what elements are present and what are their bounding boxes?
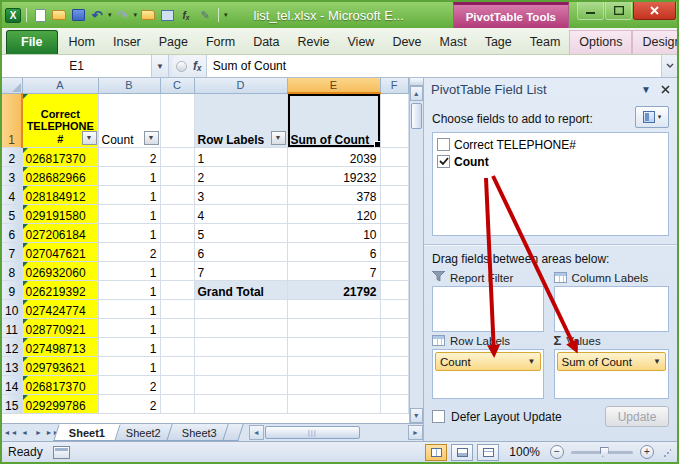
cell-C7[interactable] — [160, 242, 194, 261]
cell-D8[interactable]: 7 — [194, 261, 287, 280]
column-header-D[interactable]: D — [194, 78, 287, 93]
ribbon-tab-file[interactable]: File — [6, 30, 58, 54]
cell-F15[interactable] — [380, 394, 408, 413]
cell-F8[interactable] — [380, 261, 408, 280]
cell-D12[interactable] — [194, 337, 287, 356]
cell-C9[interactable] — [160, 280, 194, 299]
cell-D9[interactable]: Grand Total — [194, 280, 287, 299]
cell-D5[interactable]: 4 — [194, 204, 287, 223]
open-file-icon[interactable] — [51, 7, 67, 23]
cell-A14[interactable]: 026817370 — [22, 375, 98, 394]
filter-dropdown-icon[interactable]: ▼ — [144, 131, 159, 145]
cell-E3[interactable]: 19232 — [287, 166, 380, 185]
redo-dropdown-icon[interactable]: ▾ — [134, 11, 138, 19]
row-header-3[interactable]: 3 — [2, 166, 22, 185]
cell-E4[interactable]: 378 — [287, 185, 380, 204]
cell-D11[interactable] — [194, 318, 287, 337]
cell-A4[interactable]: 028184912 — [22, 185, 98, 204]
row-header-10[interactable]: 10 — [2, 299, 22, 318]
vertical-scrollbar[interactable]: ▲ ▼ — [409, 78, 424, 423]
filter-dropdown-icon[interactable]: ▼ — [271, 131, 286, 145]
cell-D1[interactable]: Row Labels▼ — [194, 93, 287, 147]
row-header-5[interactable]: 5 — [2, 204, 22, 223]
row-header-14[interactable]: 14 — [2, 375, 22, 394]
cell-A8[interactable]: 026932060 — [22, 261, 98, 280]
cell-A7[interactable]: 027047621 — [22, 242, 98, 261]
cell-B13[interactable]: 1 — [98, 356, 160, 375]
cell-F5[interactable] — [380, 204, 408, 223]
cell-C10[interactable] — [160, 299, 194, 318]
ribbon-tab-tage[interactable]: Tage — [476, 31, 521, 54]
new-document-icon[interactable] — [32, 7, 48, 23]
row-header-15[interactable]: 15 — [2, 394, 22, 413]
column-header-A[interactable]: A — [22, 78, 98, 93]
cell-E13[interactable] — [287, 356, 380, 375]
field-checkbox[interactable] — [437, 155, 450, 168]
cell-F9[interactable] — [380, 280, 408, 299]
field-list-layout-button[interactable]: ▾ — [635, 106, 669, 128]
cell-B7[interactable]: 2 — [98, 242, 160, 261]
row-header-7[interactable]: 7 — [2, 242, 22, 261]
column-header-B[interactable]: B — [98, 78, 160, 93]
undo-dropdown-icon[interactable]: ▾ — [108, 11, 112, 19]
zoom-slider-thumb[interactable] — [600, 447, 609, 458]
qat-customize-icon[interactable]: ▾ — [224, 11, 228, 19]
cell-B11[interactable]: 1 — [98, 318, 160, 337]
split-handle[interactable] — [410, 78, 424, 86]
cell-E5[interactable]: 120 — [287, 204, 380, 223]
cell-E2[interactable]: 2039 — [287, 147, 380, 166]
zoom-in-icon[interactable]: + — [640, 445, 654, 459]
cell-C11[interactable] — [160, 318, 194, 337]
scroll-down-icon[interactable]: ▼ — [410, 408, 424, 423]
cell-E1[interactable]: Sum of Count — [287, 93, 380, 147]
cell-A15[interactable]: 029299786 — [22, 394, 98, 413]
cell-D4[interactable]: 3 — [194, 185, 287, 204]
close-button[interactable] — [633, 2, 676, 20]
name-box-dropdown-icon[interactable]: ▼ — [152, 55, 169, 77]
pivot-wizard-icon[interactable] — [159, 7, 175, 23]
insert-function-icon[interactable]: fₓ — [193, 59, 202, 73]
cell-F14[interactable] — [380, 375, 408, 394]
cell-A3[interactable]: 028682966 — [22, 166, 98, 185]
cell-C5[interactable] — [160, 204, 194, 223]
cell-F3[interactable] — [380, 166, 408, 185]
row-header-6[interactable]: 6 — [2, 223, 22, 242]
cell-C2[interactable] — [160, 147, 194, 166]
cell-C6[interactable] — [160, 223, 194, 242]
minimize-button[interactable] — [577, 2, 604, 20]
sheet-tab-sheet1[interactable]: Sheet1 — [53, 424, 121, 441]
cell-D10[interactable] — [194, 299, 287, 318]
cell-B6[interactable]: 1 — [98, 223, 160, 242]
horizontal-scroll-thumb[interactable]: ||| — [265, 426, 360, 439]
ribbon-tab-design[interactable]: Design — [632, 30, 679, 54]
cell-C15[interactable] — [160, 394, 194, 413]
cell-A11[interactable]: 028770921 — [22, 318, 98, 337]
area-values-box[interactable]: Sum of Count▼ — [554, 349, 669, 399]
horizontal-scrollbar[interactable]: ◄ ||| ► — [249, 424, 423, 441]
ribbon-tab-page[interactable]: Page — [150, 31, 197, 54]
normal-view-button[interactable] — [425, 444, 447, 461]
defer-layout-update-checkbox[interactable] — [432, 410, 445, 423]
column-header-E[interactable]: E — [287, 78, 380, 93]
cell-B1[interactable]: Count▼ — [98, 93, 160, 147]
first-sheet-icon[interactable]: ◄◄ — [4, 426, 17, 439]
expand-formula-bar-icon[interactable] — [661, 55, 677, 77]
cell-F6[interactable] — [380, 223, 408, 242]
next-sheet-icon[interactable]: ► — [32, 426, 45, 439]
ribbon-tab-mast[interactable]: Mast — [431, 31, 476, 54]
cell-F1[interactable] — [380, 93, 408, 147]
cell-D7[interactable]: 6 — [194, 242, 287, 261]
row-header-12[interactable]: 12 — [2, 337, 22, 356]
ribbon-tab-form[interactable]: Form — [197, 31, 244, 54]
ribbon-tab-inser[interactable]: Inser — [104, 31, 150, 54]
grid-corner[interactable] — [2, 78, 22, 93]
cell-F13[interactable] — [380, 356, 408, 375]
cell-F7[interactable] — [380, 242, 408, 261]
ribbon-tab-hom[interactable]: Hom — [60, 31, 104, 54]
cell-B2[interactable]: 2 — [98, 147, 160, 166]
pivot-field-button-sum-of-count[interactable]: Sum of Count▼ — [557, 352, 666, 371]
pane-menu-icon[interactable]: ▼ — [641, 84, 651, 95]
cell-B3[interactable]: 1 — [98, 166, 160, 185]
cell-A10[interactable]: 027424774 — [22, 299, 98, 318]
row-header-8[interactable]: 8 — [2, 261, 22, 280]
